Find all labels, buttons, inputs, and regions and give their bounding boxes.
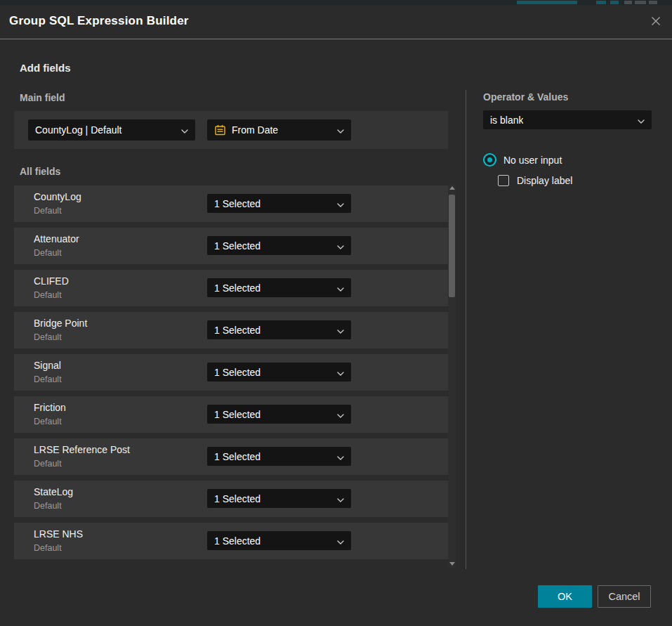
main-field-heading: Main field [20, 92, 65, 103]
field-subtitle: Default [34, 459, 62, 469]
dialog-title: Group SQL Expression Builder [9, 14, 189, 28]
field-row-lrse-nhs: LRSE NHS Default 1 Selected [14, 523, 448, 559]
field-selection-value: 1 Selected [214, 282, 261, 294]
cancel-button[interactable]: Cancel [598, 585, 651, 608]
field-name: Signal [34, 360, 61, 371]
chevron-down-icon [337, 367, 344, 378]
field-subtitle: Default [34, 417, 62, 426]
field-selection-dropdown[interactable]: 1 Selected [207, 363, 351, 382]
background-app-strip [0, 0, 672, 5]
field-subtitle: Default [34, 501, 62, 511]
field-name: StateLog [34, 486, 73, 497]
field-row-statelog: StateLog Default 1 Selected [14, 481, 448, 517]
field-subtitle: Default [34, 543, 62, 553]
field-selection-dropdown[interactable]: 1 Selected [207, 531, 351, 550]
background-toolbar-fragment [610, 1, 619, 4]
main-layer-select[interactable]: CountyLog | Default [28, 119, 195, 141]
field-selection-value: 1 Selected [214, 451, 261, 462]
chevron-down-icon [337, 198, 344, 209]
field-selection-value: 1 Selected [214, 198, 261, 209]
field-row-clifed: CLIFED Default 1 Selected [14, 270, 448, 306]
field-selection-value: 1 Selected [214, 535, 261, 547]
field-row-attenuator: Attenuator Default 1 Selected [14, 228, 448, 264]
operator-select[interactable]: is blank [483, 110, 652, 129]
main-layer-select-value: CountyLog | Default [35, 124, 122, 136]
field-row-bridge-point: Bridge Point Default 1 Selected [14, 312, 448, 348]
field-subtitle: Default [34, 332, 62, 342]
field-selection-value: 1 Selected [214, 325, 261, 336]
field-subtitle: Default [34, 374, 62, 384]
field-selection-value: 1 Selected [214, 409, 261, 420]
field-name: CLIFED [34, 275, 69, 287]
background-toolbar-fragment [517, 1, 577, 4]
all-fields-heading: All fields [20, 166, 60, 177]
ok-button[interactable]: OK [538, 585, 592, 608]
main-field-select[interactable]: From Date [207, 119, 351, 141]
field-name: Bridge Point [34, 318, 87, 329]
field-name: CountyLog [34, 191, 81, 202]
chevron-down-icon [337, 325, 344, 336]
scroll-down-arrow-icon[interactable] [449, 562, 455, 566]
close-icon [650, 15, 662, 30]
field-selection-dropdown[interactable]: 1 Selected [207, 194, 351, 213]
field-name: Friction [34, 402, 66, 413]
field-selection-dropdown[interactable]: 1 Selected [207, 405, 351, 424]
operator-values-heading: Operator & Values [483, 91, 568, 103]
add-fields-heading: Add fields [20, 62, 71, 74]
main-field-box: CountyLog | Default From Date [14, 111, 448, 149]
field-subtitle: Default [34, 248, 62, 258]
field-selection-dropdown[interactable]: 1 Selected [207, 320, 351, 339]
field-selection-dropdown[interactable]: 1 Selected [207, 447, 351, 466]
display-label-label: Display label [517, 175, 572, 186]
chevron-down-icon [337, 409, 344, 420]
scrollbar-thumb[interactable] [449, 195, 455, 297]
close-button[interactable] [648, 14, 664, 30]
scroll-up-arrow-icon[interactable] [449, 186, 455, 190]
background-toolbar-fragment [635, 1, 646, 4]
field-selection-dropdown[interactable]: 1 Selected [207, 278, 351, 297]
field-selection-value: 1 Selected [214, 493, 261, 504]
field-row-friction: Friction Default 1 Selected [14, 396, 448, 433]
calendar-date-icon [214, 124, 226, 136]
chevron-down-icon [181, 124, 188, 136]
panel-divider [466, 90, 466, 569]
chevron-down-icon [337, 451, 344, 462]
field-row-countylog: CountyLog Default 1 Selected [14, 185, 448, 222]
chevron-down-icon [337, 282, 344, 294]
background-toolbar-fragment [649, 1, 657, 4]
fields-list-scrollbar[interactable] [448, 184, 456, 568]
chevron-down-icon [638, 115, 645, 126]
field-selection-value: 1 Selected [214, 367, 261, 378]
field-name: LRSE Reference Post [34, 444, 130, 455]
chevron-down-icon [337, 493, 344, 504]
no-user-input-radio[interactable]: No user input [483, 153, 562, 167]
field-name: Attenuator [34, 233, 79, 244]
field-name: LRSE NHS [34, 528, 83, 540]
display-label-checkbox[interactable]: Display label [498, 175, 572, 186]
no-user-input-label: No user input [503, 155, 562, 166]
field-selection-dropdown[interactable]: 1 Selected [207, 489, 351, 508]
radio-selected-icon [483, 153, 496, 167]
background-toolbar-fragment [596, 1, 606, 4]
field-subtitle: Default [34, 206, 62, 216]
field-selection-value: 1 Selected [214, 240, 261, 252]
chevron-down-icon [337, 535, 344, 547]
checkbox-unchecked-icon [498, 175, 509, 186]
chevron-down-icon [337, 240, 344, 252]
group-sql-expression-builder-dialog: Group SQL Expression Builder Add fields … [0, 5, 672, 626]
operator-select-value: is blank [490, 115, 523, 126]
field-selection-dropdown[interactable]: 1 Selected [207, 236, 351, 255]
field-row-signal: Signal Default 1 Selected [14, 354, 448, 391]
main-field-select-value: From Date [232, 124, 278, 136]
chevron-down-icon [337, 124, 344, 136]
background-toolbar-fragment [624, 1, 632, 4]
dialog-title-bar: Group SQL Expression Builder [0, 5, 672, 39]
field-subtitle: Default [34, 290, 62, 300]
field-row-lrse-reference-post: LRSE Reference Post Default 1 Selected [14, 438, 448, 475]
